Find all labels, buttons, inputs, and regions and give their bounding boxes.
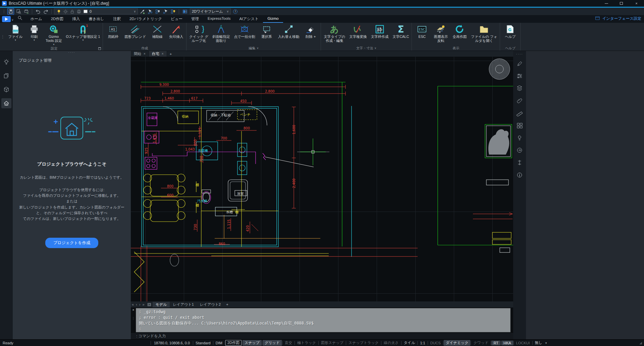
ribbon-button[interactable]: あ文字タイプの作成・編集: [322, 23, 347, 43]
ribbon-button[interactable]: 入れ替え移動: [276, 23, 302, 39]
tab-注釈[interactable]: 注釈: [109, 15, 125, 23]
ribbon-button[interactable]: 図形ブレンド: [122, 23, 148, 39]
layer-freeze-icon[interactable]: [63, 9, 68, 14]
ribbon-button[interactable]: 補助線: [148, 23, 167, 39]
ribbon-button[interactable]: d斜面幅指定面取り: [210, 23, 232, 43]
status-toggle-グリッド[interactable]: グリッド: [263, 340, 282, 346]
print-preview-button[interactable]: [15, 8, 22, 15]
first-layout-button[interactable]: «: [131, 302, 135, 306]
share-icon[interactable]: [516, 147, 523, 155]
status-toggle-RT[interactable]: RT: [491, 341, 500, 345]
model-cube-icon[interactable]: [1, 84, 11, 95]
new-document-button[interactable]: +: [167, 51, 174, 57]
tab-2Dパラメトリック[interactable]: 2Dパラメトリック: [125, 15, 166, 23]
navigation-wheel-icon[interactable]: [489, 59, 510, 79]
ribbon-button[interactable]: 1Oスナップ管理設定 1▾: [64, 23, 102, 42]
isolate-entities-button[interactable]: [154, 8, 161, 15]
ribbon-button[interactable]: Gヘルプ: [501, 23, 520, 39]
dialog-launcher-icon[interactable]: [98, 47, 101, 50]
status-toggle-クワッド[interactable]: クワッド: [471, 340, 490, 346]
sheets-icon[interactable]: [1, 71, 11, 81]
ribbon-button[interactable]: ToDWGファイル▾: [6, 23, 25, 42]
undo-button[interactable]: [35, 8, 41, 15]
ribbon-button[interactable]: 矢印挿入: [167, 23, 185, 39]
panel-handle[interactable]: ····: [13, 51, 131, 55]
status-toggle-タイル[interactable]: タイル: [402, 340, 417, 346]
ribbon-button[interactable]: A1用紙枠: [104, 23, 122, 39]
ribbon-button[interactable]: ファイルの フォルダを開く: [469, 23, 499, 43]
tab-挿入[interactable]: 挿入: [68, 15, 84, 23]
minimize-button[interactable]: [599, 0, 614, 7]
tab-管理[interactable]: 管理: [187, 15, 203, 23]
match-properties-button[interactable]: [139, 8, 146, 15]
interface-settings-link[interactable]: インターフェース設定: [595, 15, 641, 22]
status-toggle-2D作図[interactable]: 2D作図: [225, 340, 241, 346]
attachments-icon[interactable]: [516, 97, 523, 105]
ribbon-button[interactable]: }クイック グループ化: [187, 23, 210, 43]
clear-selection-button[interactable]: [162, 8, 169, 15]
command-panel-close-icon[interactable]: ×: [132, 308, 135, 312]
tips-icon[interactable]: [1, 57, 11, 67]
layout-tab-モデル[interactable]: モデル: [153, 302, 170, 307]
layout-tab-レイアウト1[interactable]: レイアウト1: [170, 302, 197, 307]
layout-tab-レイアウト2[interactable]: レイアウト2: [197, 302, 224, 307]
status-toggle-1:1[interactable]: 1:1: [418, 341, 427, 345]
tab-書き出し[interactable]: 書き出し: [84, 15, 109, 23]
tab-Gizmo[interactable]: Gizmo: [263, 15, 283, 23]
chevron-down-icon[interactable]: ∨: [11, 18, 14, 21]
cad-drawing[interactable]: 9,3002,8002,8007231,4606174508007001,600…: [131, 57, 513, 301]
close-button[interactable]: ×: [629, 0, 644, 7]
tab-2D作図[interactable]: 2D作図: [47, 15, 68, 23]
status-toggle-Standard[interactable]: Standard: [194, 341, 213, 345]
status-toggle-図形スナップ[interactable]: 図形スナップ: [319, 340, 345, 346]
command-history[interactable]: : _gz:todwg; error : quit / exit abort開い…: [136, 308, 511, 332]
layer-combobox[interactable]: 0 ∨: [54, 8, 138, 14]
light-icon[interactable]: [516, 134, 523, 142]
status-toggle-HKA[interactable]: HKA: [501, 341, 513, 345]
ribbon-button[interactable]: 選択系: [257, 23, 276, 39]
drawing-canvas[interactable]: 9,3002,8002,8007231,4606174508007001,600…: [131, 57, 513, 301]
status-toggle-DIM[interactable]: DIM: [214, 341, 224, 345]
status-toggle-ダイナミック[interactable]: ダイナミック: [444, 340, 471, 346]
rail-handle[interactable]: ····: [516, 52, 523, 56]
chevron-down-icon[interactable]: ▾: [544, 341, 548, 345]
adjust-icon[interactable]: [516, 72, 523, 80]
tab-ビュー[interactable]: ビュー: [166, 15, 187, 23]
info-icon[interactable]: [516, 172, 523, 180]
layer-lock-icon[interactable]: [69, 9, 75, 14]
add-layout-button[interactable]: +: [224, 302, 230, 306]
command-input[interactable]: : コマンドを入力: [131, 333, 513, 339]
layer-plot-icon[interactable]: [76, 9, 82, 14]
ribbon-button[interactable]: GizmoTools 設定▾: [44, 23, 64, 46]
help-icon[interactable]: ?: [232, 8, 238, 15]
chevron-down-icon[interactable]: ∨: [133, 10, 136, 13]
tab-ExpressTools[interactable]: ExpressTools: [203, 15, 235, 23]
layer-color-swatch[interactable]: [83, 9, 89, 14]
visual-style-combobox[interactable]: 2Dワイヤフレーム ∨: [190, 8, 231, 14]
next-layout-button[interactable]: ›: [138, 302, 142, 306]
ribbon-button[interactable]: 印刷▾: [25, 23, 44, 42]
ribbon-handle-icon[interactable]: ⋮: [0, 23, 5, 51]
layer-on-icon[interactable]: [56, 9, 62, 14]
create-project-button[interactable]: プロジェクトを作成: [45, 238, 98, 248]
blocks-icon[interactable]: [516, 122, 523, 130]
status-toggle-直交[interactable]: 直交: [283, 340, 294, 346]
chevron-down-icon[interactable]: ∨: [226, 10, 229, 13]
status-toggle-スナップトラック[interactable]: スナップトラック: [346, 340, 381, 346]
ribbon-button[interactable]: Σ文字CALC: [390, 23, 411, 39]
last-layout-button[interactable]: »: [141, 302, 145, 306]
status-toggle-スナップ[interactable]: スナップ: [243, 340, 262, 346]
measure-icon[interactable]: [516, 110, 523, 118]
status-toggle-DUCS[interactable]: DUCS: [428, 341, 443, 345]
maximize-button[interactable]: [614, 0, 629, 7]
save-button[interactable]: [7, 8, 14, 15]
resize-grip-icon[interactable]: ◢: [639, 341, 642, 345]
tab-ホーム[interactable]: ホーム: [26, 15, 47, 23]
application-menu-button[interactable]: [2, 16, 11, 22]
tab-AIアシスト[interactable]: AIアシスト: [235, 15, 263, 23]
status-toggle-無し[interactable]: 無し: [533, 340, 544, 346]
command-panel-handle[interactable]: ⋮: [132, 316, 135, 320]
document-tab-開始[interactable]: 開始×: [131, 51, 149, 57]
ribbon-button[interactable]: 点で一括分割: [232, 23, 257, 39]
close-tab-icon[interactable]: ×: [162, 52, 164, 56]
